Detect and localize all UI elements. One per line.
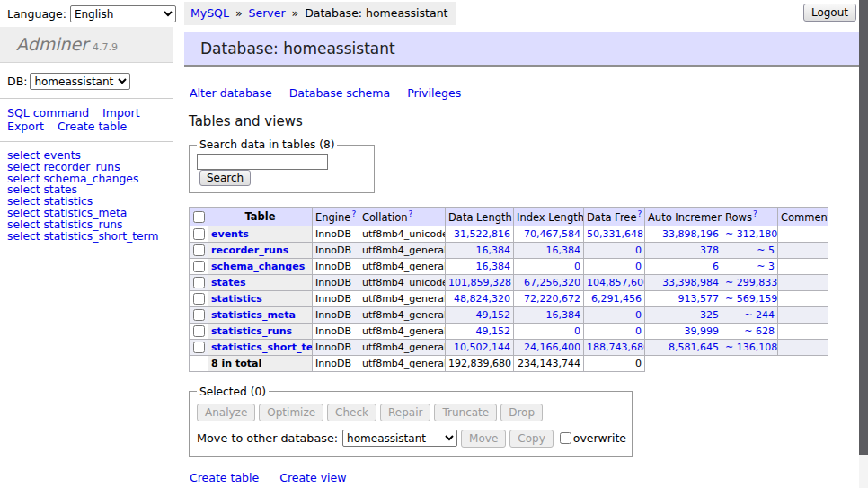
row-checkbox[interactable]	[193, 325, 205, 337]
create-table-link[interactable]: Create table	[190, 471, 259, 484]
auto-increment-cell: 6	[645, 258, 722, 274]
auto-increment-link[interactable]: 913,577	[678, 293, 720, 305]
data-length-link[interactable]: 48,824,320	[454, 293, 510, 305]
row-checkbox[interactable]	[193, 261, 205, 272]
language-select[interactable]: English	[70, 5, 176, 22]
data-free-link[interactable]: 0	[635, 261, 642, 272]
data-free-link[interactable]: 0	[635, 244, 642, 256]
rows-link[interactable]: ~ 312,180	[725, 228, 777, 240]
logout-button[interactable]: Logout	[803, 4, 856, 22]
rows-link[interactable]: ~ 569,159	[725, 293, 777, 305]
rows-link[interactable]: ~ 3	[757, 261, 775, 272]
index-length-link[interactable]: 0	[574, 261, 580, 272]
table-name-link[interactable]: recorder_runs	[211, 244, 288, 256]
comment-cell	[778, 306, 828, 323]
engine-help-link[interactable]: ?	[351, 209, 356, 218]
create-table-link-sidebar[interactable]: Create table	[58, 120, 127, 133]
data-free-link[interactable]: 6,291,456	[591, 293, 642, 305]
auto-increment-link[interactable]: 33,398,984	[662, 277, 719, 288]
move-db-select[interactable]: homeassistant	[342, 430, 457, 447]
copy-button[interactable]: Copy	[509, 430, 553, 448]
search-input[interactable]	[197, 154, 328, 170]
row-checkbox[interactable]	[193, 342, 205, 353]
truncate-button[interactable]: Truncate	[434, 404, 497, 421]
sidebar-select-link[interactable]: select recorder_runs	[7, 162, 173, 173]
row-checkbox[interactable]	[193, 309, 205, 321]
index-length-link[interactable]: 70,467,584	[524, 228, 580, 240]
rows-link[interactable]: ~ 244	[744, 309, 775, 321]
table-name-link[interactable]: statistics_runs	[211, 325, 292, 337]
auto-increment-link[interactable]: 325	[700, 309, 719, 321]
auto-increment-link[interactable]: 378	[700, 244, 719, 256]
select-all-checkbox[interactable]	[193, 211, 205, 223]
rows-link[interactable]: ~ 136,108	[725, 342, 777, 353]
optimize-button[interactable]: Optimize	[259, 404, 323, 421]
breadcrumb-mysql-link[interactable]: MySQL	[190, 6, 229, 20]
rows-link[interactable]: ~ 5	[757, 244, 775, 256]
row-checkbox[interactable]	[193, 293, 205, 305]
index-length-link[interactable]: 16,384	[546, 309, 581, 321]
table-name-link[interactable]: schema_changes	[211, 261, 305, 272]
data-free-link[interactable]: 104,857,600	[587, 277, 645, 288]
create-view-link[interactable]: Create view	[279, 471, 346, 484]
table-name-link[interactable]: statistics_meta	[211, 309, 296, 321]
analyze-button[interactable]: Analyze	[197, 404, 255, 421]
data-length-link[interactable]: 10,502,144	[454, 342, 510, 353]
row-checkbox[interactable]	[193, 277, 205, 288]
data-length-link[interactable]: 16,384	[476, 244, 511, 256]
scrollbar-thumb[interactable]	[859, 0, 868, 455]
data-free-link[interactable]: 188,743,680	[587, 342, 645, 353]
table-name-link[interactable]: statistics_short_term	[211, 342, 313, 353]
auto-increment-link[interactable]: 33,898,196	[662, 228, 719, 240]
comment-cell	[778, 242, 828, 258]
collation-help-link[interactable]: ?	[409, 209, 413, 218]
rows-help-link[interactable]: ?	[753, 209, 757, 218]
rows-link[interactable]: ~ 628	[744, 325, 775, 337]
auto-increment-link[interactable]: 6	[713, 261, 719, 272]
privileges-link[interactable]: Privileges	[407, 86, 461, 100]
check-button[interactable]: Check	[327, 404, 376, 421]
index-length-link[interactable]: 72,220,672	[524, 293, 580, 305]
db-select[interactable]: homeassistant	[30, 73, 130, 90]
data-length-link[interactable]: 31,522,816	[454, 228, 510, 240]
sidebar-divider	[0, 98, 173, 99]
database-schema-link[interactable]: Database schema	[289, 86, 390, 100]
index-length-link[interactable]: 67,256,320	[524, 277, 580, 288]
data-length-link[interactable]: 49,152	[476, 325, 511, 337]
table-name-link[interactable]: events	[211, 228, 249, 240]
row-checkbox[interactable]	[193, 244, 205, 256]
export-link[interactable]: Export	[7, 120, 44, 133]
auto-increment-link[interactable]: 39,999	[685, 325, 720, 337]
sidebar-select-link[interactable]: select statistics_meta	[7, 208, 173, 219]
breadcrumb-server-link[interactable]: Server	[249, 6, 286, 20]
data-free-help-link[interactable]: ?	[638, 209, 642, 218]
sidebar-select-link[interactable]: select statistics_runs	[7, 219, 173, 231]
breadcrumb-separator: »	[235, 6, 243, 20]
drop-button[interactable]: Drop	[500, 404, 543, 421]
index-length-link[interactable]: 16,384	[546, 244, 581, 256]
sidebar-select-link[interactable]: select statistics_short_term	[7, 231, 173, 243]
repair-button[interactable]: Repair	[380, 404, 430, 421]
sidebar-select-link[interactable]: select events	[7, 150, 173, 162]
auto-increment-link[interactable]: 8,581,645	[669, 342, 719, 353]
index-length-link[interactable]: 0	[574, 325, 580, 337]
table-row: schema_changes InnoDB utf8mb4_general_ci…	[190, 258, 828, 274]
data-length-link[interactable]: 49,152	[476, 309, 511, 321]
data-free-link[interactable]: 0	[635, 309, 642, 321]
data-free-link[interactable]: 0	[635, 325, 642, 337]
table-name-link[interactable]: statistics	[211, 293, 262, 305]
data-length-link[interactable]: 101,859,328	[448, 277, 511, 288]
table-name-link[interactable]: states	[211, 277, 246, 288]
overwrite-checkbox[interactable]	[560, 432, 571, 444]
vertical-scrollbar[interactable]	[859, 0, 868, 488]
move-button[interactable]: Move	[461, 430, 506, 448]
alter-database-link[interactable]: Alter database	[190, 86, 272, 100]
data-free-link[interactable]: 50,331,648	[587, 228, 643, 240]
sql-command-link[interactable]: SQL command	[7, 106, 89, 120]
data-length-link[interactable]: 16,384	[476, 261, 511, 272]
row-checkbox[interactable]	[193, 228, 205, 240]
index-length-link[interactable]: 24,166,400	[524, 342, 580, 353]
search-button[interactable]: Search	[199, 170, 251, 186]
import-link[interactable]: Import	[102, 106, 140, 120]
rows-link[interactable]: ~ 299,833	[725, 277, 777, 288]
